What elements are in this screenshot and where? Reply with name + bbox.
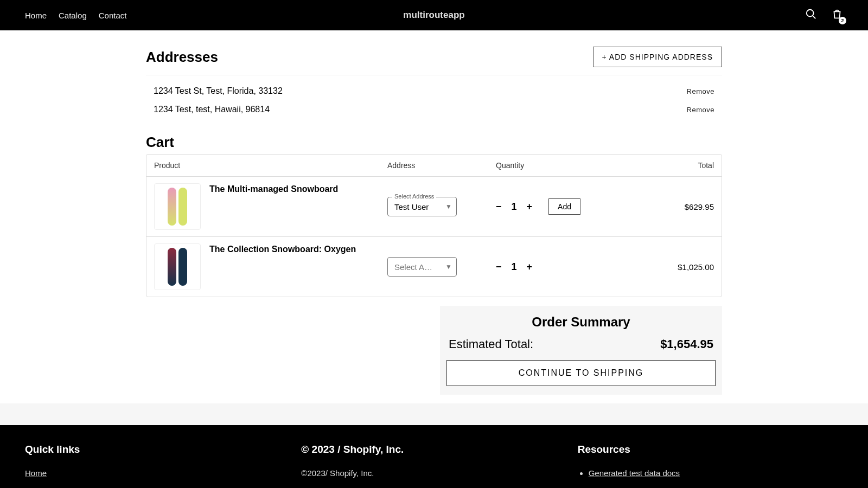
nav: Home Catalog Contact (25, 11, 126, 20)
add-button[interactable]: Add (548, 198, 580, 215)
search-icon[interactable] (805, 8, 817, 22)
product-thumb (154, 243, 201, 290)
estimated-value: $1,654.95 (660, 337, 713, 351)
address-row: 1234 Test, test, Hawaii, 96814Remove (146, 100, 722, 119)
qty-minus-button[interactable]: − (496, 261, 502, 273)
qty-value: 1 (512, 201, 517, 213)
address-select[interactable]: Select AddressTest User▼ (387, 197, 457, 216)
remove-address-button[interactable]: Remove (687, 106, 714, 114)
select-placeholder: Select A… (394, 262, 432, 272)
estimated-label: Estimated Total: (449, 337, 533, 351)
cart-badge: 2 (839, 17, 846, 24)
footer-copyright-sub: ©2023/ Shopify, Inc. (301, 468, 566, 478)
footer-resource-link[interactable]: Generated test data docs (589, 468, 680, 478)
addresses-title: Addresses (146, 49, 218, 66)
col-total: Total (615, 161, 714, 170)
qty-minus-button[interactable]: − (496, 201, 502, 213)
chevron-down-icon: ▼ (445, 263, 452, 271)
footer-home-link[interactable]: Home (25, 468, 47, 478)
footer-copyright-title: © 2023 / Shopify, Inc. (301, 444, 566, 455)
address-row: 1234 Test St, Test, Florida, 33132Remove (146, 82, 722, 100)
col-address: Address (387, 161, 496, 170)
footer-quick-links-title: Quick links (25, 444, 290, 455)
cart-row: The Collection Snowboard: OxygenSelect A… (146, 237, 722, 297)
select-value: Test User (394, 202, 429, 211)
line-total: $1,025.00 (615, 262, 714, 272)
col-product: Product (154, 161, 387, 170)
nav-home[interactable]: Home (25, 11, 47, 20)
line-total: $629.95 (615, 202, 714, 211)
address-text: 1234 Test, test, Hawaii, 96814 (154, 105, 270, 114)
col-quantity: Quantity (496, 161, 615, 170)
order-summary: Order Summary Estimated Total: $1,654.95… (440, 306, 722, 395)
topbar: Home Catalog Contact multirouteapp 2 (0, 0, 868, 30)
product-thumb (154, 183, 201, 230)
nav-contact[interactable]: Contact (99, 11, 127, 20)
qty-plus-button[interactable]: + (527, 201, 533, 213)
cart-title: Cart (146, 134, 722, 151)
address-text: 1234 Test St, Test, Florida, 33132 (154, 86, 283, 96)
chevron-down-icon: ▼ (445, 203, 452, 210)
brand-logo: multirouteapp (403, 10, 464, 21)
svg-point-0 (807, 10, 814, 17)
add-shipping-address-button[interactable]: + ADD SHIPPING ADDRESS (593, 47, 722, 67)
footer-resources-title: Resources (578, 444, 843, 455)
product-name: The Collection Snowboard: Oxygen (209, 243, 356, 254)
qty-plus-button[interactable]: + (527, 261, 533, 273)
remove-address-button[interactable]: Remove (687, 87, 714, 95)
qty-value: 1 (512, 261, 517, 273)
product-name: The Multi-managed Snowboard (209, 183, 338, 194)
cart-icon[interactable]: 2 (831, 8, 843, 22)
continue-to-shipping-button[interactable]: CONTINUE TO SHIPPING (446, 360, 716, 386)
address-select[interactable]: Select A…▼ (387, 257, 457, 277)
svg-line-1 (813, 16, 816, 19)
nav-catalog[interactable]: Catalog (59, 11, 87, 20)
footer: Quick links Home © 2023 / Shopify, Inc. … (0, 425, 868, 488)
summary-title: Order Summary (446, 314, 716, 330)
cart-row: The Multi-managed SnowboardSelect Addres… (146, 177, 722, 237)
